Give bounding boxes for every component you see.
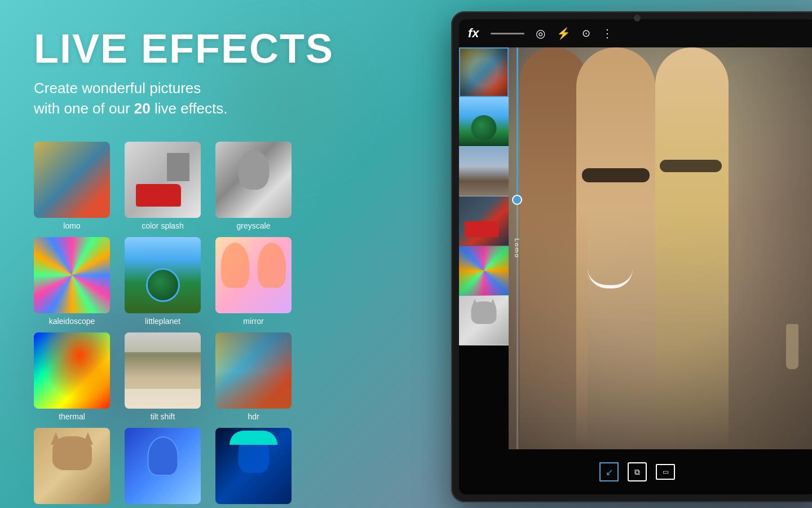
effect-slider[interactable]: Lomo [509, 47, 526, 449]
effect-thumb-sepia [34, 428, 110, 504]
effect-thumb-kaleidoscope [34, 237, 110, 313]
camera-main-area: Lomo [459, 47, 812, 449]
sidebar-thumb-littleplanet[interactable] [459, 97, 509, 147]
fx-icon[interactable]: fx [468, 26, 479, 41]
bottle [786, 324, 798, 369]
slider-handle[interactable] [512, 195, 522, 205]
effect-thumb-color-splash [125, 142, 201, 218]
crop-button[interactable]: ↙ [599, 462, 619, 481]
sidebar-thumb-colorsplash[interactable] [459, 196, 509, 246]
effect-label-tilt-shift: tilt shift [151, 412, 175, 421]
effect-item-smurf[interactable]: smurf [125, 428, 201, 508]
left-panel: LIVE EFFECTS Create wonderful pictures w… [0, 0, 383, 508]
effect-thumb-hdr [215, 332, 292, 409]
camera-bottom-bar: ↙ ⧉ ▭ [459, 449, 812, 494]
tablet-camera [634, 15, 641, 21]
effect-thumb-negative [215, 428, 292, 504]
camera-photo-area [509, 47, 812, 449]
effects-grid: lomo color splash greyscale kaleido [34, 142, 350, 508]
effect-item-hdr[interactable]: hdr [215, 332, 292, 421]
effect-thumb-littleplanet [125, 237, 201, 313]
tablet-screen: fx ◎ ⚡ ⊙ ⋮ [459, 19, 812, 494]
sidebar-thumb-lomo[interactable] [459, 47, 509, 97]
effect-item-mirror[interactable]: mirror [215, 237, 292, 326]
effect-label-thermal: thermal [59, 412, 85, 421]
effect-thumb-tilt-shift [125, 332, 201, 409]
effect-item-tilt-shift[interactable]: tilt shift [125, 332, 201, 421]
effect-thumb-smurf [125, 428, 201, 504]
effect-item-thermal[interactable]: thermal [34, 332, 110, 421]
effect-label-littleplanet: littleplanet [145, 317, 180, 326]
tablet-frame: fx ◎ ⚡ ⊙ ⋮ [451, 11, 812, 502]
slider-label: Lomo [514, 238, 520, 259]
sidebar-thumb-sepia[interactable] [459, 296, 509, 345]
more-icon[interactable]: ⋮ [602, 27, 613, 40]
flash-icon[interactable]: ⚡ [557, 27, 571, 40]
sidebar-thumb-landscape[interactable] [459, 147, 509, 196]
effects-sidebar[interactable] [459, 47, 509, 449]
effect-item-greyscale[interactable]: greyscale [215, 142, 292, 230]
tablet-device: fx ◎ ⚡ ⊙ ⋮ [451, 11, 812, 502]
effect-label-greyscale: greyscale [237, 221, 271, 230]
person-3 [655, 47, 729, 449]
effect-label-kaleidoscope: kaleidoscope [49, 317, 95, 326]
effect-item-color-splash[interactable]: color splash [125, 142, 201, 230]
fullscreen-button[interactable]: ▭ [656, 464, 675, 480]
sunglasses-1 [582, 168, 650, 182]
timer-icon[interactable]: ◎ [536, 27, 545, 40]
effect-item-lomo[interactable]: lomo [34, 142, 110, 230]
effect-label-lomo: lomo [63, 221, 80, 230]
person-2 [576, 47, 655, 449]
effect-item-sepia[interactable]: sepia [34, 428, 110, 508]
effects-count: 20 [134, 100, 151, 117]
effect-thumb-greyscale [215, 142, 292, 218]
effect-item-littleplanet[interactable]: littleplanet [125, 237, 201, 326]
slider-indicator [491, 33, 524, 34]
sidebar-thumb-kaleidoscope[interactable] [459, 246, 509, 296]
effect-label-hdr: hdr [248, 412, 259, 421]
effect-label-color-splash: color splash [142, 221, 184, 230]
mode-icon[interactable]: ⊙ [582, 27, 590, 40]
effect-item-kaleidoscope[interactable]: kaleidoscope [34, 237, 110, 326]
layers-button[interactable]: ⧉ [628, 462, 647, 481]
sunglasses-2 [660, 160, 722, 172]
subtitle: Create wonderful pictures with one of ou… [34, 78, 350, 119]
effect-thumb-mirror [215, 237, 292, 313]
headline: LIVE EFFECTS [34, 28, 350, 69]
effect-thumb-lomo [34, 142, 110, 218]
effect-item-negative[interactable]: negative [215, 428, 292, 508]
effect-label-mirror: mirror [243, 317, 264, 326]
effect-thumb-thermal [34, 332, 110, 409]
camera-topbar: fx ◎ ⚡ ⊙ ⋮ [459, 19, 812, 47]
